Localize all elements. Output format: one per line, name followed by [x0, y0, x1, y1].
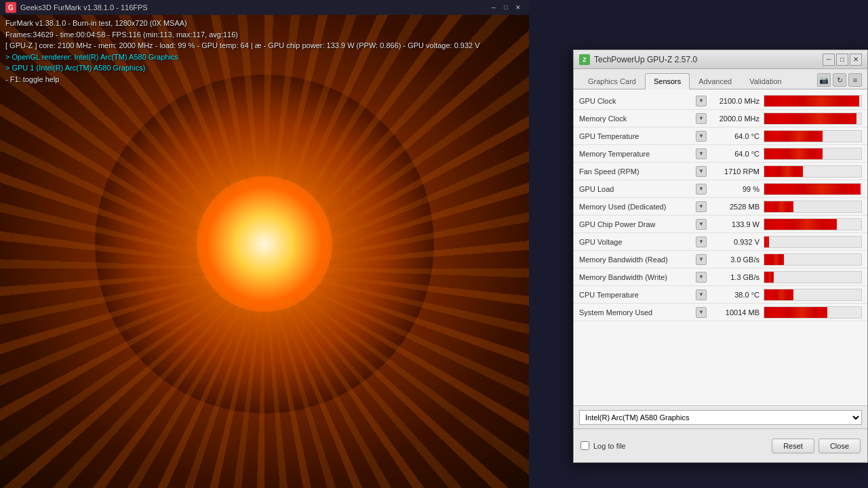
sensor-gpu-power-dropdown[interactable]: ▼	[696, 219, 707, 230]
sensor-memory-clock-name: Memory Clock ▼	[574, 113, 709, 124]
sensor-mem-used-bar	[764, 201, 862, 213]
log-to-file-area: Log to file	[580, 441, 626, 450]
furmark-info-overlay: FurMark v1.38.1.0 - Burn-in test, 1280x7…	[5, 18, 480, 85]
sensor-gpu-clock-dropdown[interactable]: ▼	[696, 96, 707, 106]
sensor-sys-mem-dropdown[interactable]: ▼	[696, 307, 707, 318]
furmark-icon: G	[5, 2, 16, 13]
sensor-gpu-power-value: 133.9 W	[709, 220, 764, 228]
sensor-memory-clock-bar	[764, 113, 862, 125]
sensor-sys-mem-bar	[764, 306, 862, 319]
gpuz-footer: Log to file Reset Close	[574, 428, 867, 462]
gpuz-app-icon: Z	[579, 54, 590, 65]
gpuz-window-controls: ─ □ ✕	[823, 54, 862, 66]
furmark-line2: Frames:34629 - time:00:04:58 - FPS:116 (…	[5, 29, 480, 41]
gpuz-titlebar: Z TechPowerUp GPU-Z 2.57.0 ─ □ ✕	[574, 50, 867, 69]
sensor-gpu-load-value: 99 %	[709, 185, 764, 193]
furmark-window-controls: ─ □ ✕	[488, 2, 524, 13]
log-to-file-checkbox[interactable]	[580, 441, 589, 450]
gpuz-window: Z TechPowerUp GPU-Z 2.57.0 ─ □ ✕ Graphic…	[573, 49, 868, 463]
furmark-maximize-button[interactable]: □	[500, 2, 511, 13]
sensor-gpu-temp-value: 64.0 °C	[709, 132, 764, 140]
tab-advanced[interactable]: Advanced	[690, 73, 741, 89]
sensor-mem-bw-read-dropdown[interactable]: ▼	[696, 254, 707, 265]
sensor-mem-used-dropdown[interactable]: ▼	[696, 201, 707, 212]
footer-buttons: Reset Close	[772, 439, 861, 453]
sensor-row-cpu-temp: CPU Temperature ▼ 38.0 °C	[574, 286, 867, 304]
sensor-mem-temp-value: 64.0 °C	[709, 150, 764, 158]
sensor-row-gpu-temp: GPU Temperature ▼ 64.0 °C	[574, 127, 867, 145]
gpuz-window-title: TechPowerUp GPU-Z 2.57.0	[594, 55, 823, 64]
reset-button[interactable]: Reset	[772, 439, 814, 453]
sensor-gpu-load-dropdown[interactable]: ▼	[696, 184, 707, 195]
sensor-row-gpu-load: GPU Load ▼ 99 %	[574, 180, 867, 198]
sensors-list: GPU Clock ▼ 2100.0 MHz Memory Clock ▼ 20…	[574, 89, 867, 428]
sensor-gpu-load-name: GPU Load ▼	[574, 184, 709, 195]
sensor-row-gpu-power: GPU Chip Power Draw ▼ 133.9 W	[574, 216, 867, 233]
sensor-gpu-load-bar	[764, 183, 862, 195]
sensor-gpu-voltage-bar	[764, 236, 862, 248]
sensor-gpu-temp-dropdown[interactable]: ▼	[696, 131, 707, 142]
sensor-gpu-temp-name: GPU Temperature ▼	[574, 131, 709, 142]
sensor-mem-bw-read-name: Memory Bandwidth (Read) ▼	[574, 254, 709, 265]
sensor-mem-temp-dropdown[interactable]: ▼	[696, 148, 707, 159]
furmark-line1: FurMark v1.38.1.0 - Burn-in test, 1280x7…	[5, 18, 480, 29]
sensor-gpu-temp-bar	[764, 130, 862, 142]
sensor-gpu-clock-bar	[764, 95, 862, 107]
furmark-line3: [ GPU-Z ] core: 2100 MHz - mem: 2000 MHz…	[5, 40, 480, 52]
furmark-close-button[interactable]: ✕	[513, 2, 524, 13]
sensor-gpu-power-name: GPU Chip Power Draw ▼	[574, 219, 709, 230]
sensor-mem-bw-read-bar	[764, 253, 862, 266]
sensor-gpu-voltage-value: 0.932 V	[709, 238, 764, 246]
sensor-mem-bw-write-name: Memory Bandwidth (Write) ▼	[574, 272, 709, 283]
sensor-sys-mem-value: 10014 MB	[709, 308, 764, 317]
sensor-row-gpu-clock: GPU Clock ▼ 2100.0 MHz	[574, 92, 867, 110]
gpuz-maximize-button[interactable]: □	[836, 54, 848, 66]
gpuz-minimize-button[interactable]: ─	[823, 54, 835, 66]
refresh-icon[interactable]: ↻	[833, 73, 846, 87]
sensor-sys-mem-name: System Memory Used ▼	[574, 307, 709, 318]
sensor-row-mem-bw-write: Memory Bandwidth (Write) ▼ 1.3 GB/s	[574, 268, 867, 286]
sensor-gpu-voltage-dropdown[interactable]: ▼	[696, 237, 707, 247]
sensor-row-mem-used: Memory Used (Dedicated) ▼ 2528 MB	[574, 198, 867, 216]
furmark-line4: > OpenGL renderer: Intel(R) Arc(TM) A580…	[5, 52, 480, 63]
sensor-mem-bw-write-value: 1.3 GB/s	[709, 273, 764, 281]
gpuz-tab-bar: Graphics Card Sensors Advanced Validatio…	[574, 69, 867, 89]
menu-icon[interactable]: ≡	[848, 73, 862, 87]
sensor-mem-temp-bar	[764, 148, 862, 160]
sensor-cpu-temp-bar	[764, 289, 862, 301]
sensor-fan-speed-dropdown[interactable]: ▼	[696, 166, 707, 177]
sensor-mem-bw-read-value: 3.0 GB/s	[709, 256, 764, 264]
sensor-row-mem-bw-read: Memory Bandwidth (Read) ▼ 3.0 GB/s	[574, 251, 867, 268]
sensor-memory-clock-dropdown[interactable]: ▼	[696, 113, 707, 124]
sensor-gpu-clock-name: GPU Clock ▼	[574, 96, 709, 106]
sensor-mem-used-value: 2528 MB	[709, 203, 764, 211]
furmark-titlebar: G Geeks3D FurMark v1.38.1.0 - 116FPS ─ □…	[0, 0, 529, 15]
sensor-row-sys-mem: System Memory Used ▼ 10014 MB	[574, 304, 867, 321]
furmark-line6: - F1: toggle help	[5, 74, 480, 85]
sensor-gpu-clock-value: 2100.0 MHz	[709, 97, 764, 105]
sensor-mem-used-name: Memory Used (Dedicated) ▼	[574, 201, 709, 212]
sensor-cpu-temp-value: 38.0 °C	[709, 291, 764, 299]
sensor-mem-temp-name: Memory Temperature ▼	[574, 148, 709, 159]
furmark-title: Geeks3D FurMark v1.38.1.0 - 116FPS	[20, 3, 488, 12]
sensor-fan-speed-value: 1710 RPM	[709, 167, 764, 176]
sensor-cpu-temp-dropdown[interactable]: ▼	[696, 289, 707, 300]
log-to-file-label: Log to file	[593, 442, 626, 450]
sensor-row-fan-speed: Fan Speed (RPM) ▼ 1710 RPM	[574, 163, 867, 180]
sensor-memory-clock-value: 2000.0 MHz	[709, 115, 764, 123]
close-button[interactable]: Close	[818, 439, 861, 453]
sensor-row-mem-temp: Memory Temperature ▼ 64.0 °C	[574, 145, 867, 163]
tab-sensors[interactable]: Sensors	[645, 73, 690, 89]
gpuz-gpu-selector[interactable]: Intel(R) Arc(TM) A580 Graphics	[579, 410, 862, 425]
sensor-gpu-power-bar	[764, 218, 862, 230]
furmark-line5: > GPU 1 (Intel(R) Arc(TM) A580 Graphics)	[5, 62, 480, 74]
sensor-fan-speed-name: Fan Speed (RPM) ▼	[574, 166, 709, 177]
furmark-minimize-button[interactable]: ─	[488, 2, 499, 13]
gpuz-close-button[interactable]: ✕	[850, 54, 862, 66]
tab-validation[interactable]: Validation	[741, 73, 791, 89]
camera-icon[interactable]: 📷	[817, 73, 831, 87]
sensor-cpu-temp-name: CPU Temperature ▼	[574, 289, 709, 300]
tab-graphics-card[interactable]: Graphics Card	[579, 73, 645, 89]
sensor-mem-bw-write-dropdown[interactable]: ▼	[696, 272, 707, 283]
sensor-mem-bw-write-bar	[764, 271, 862, 283]
